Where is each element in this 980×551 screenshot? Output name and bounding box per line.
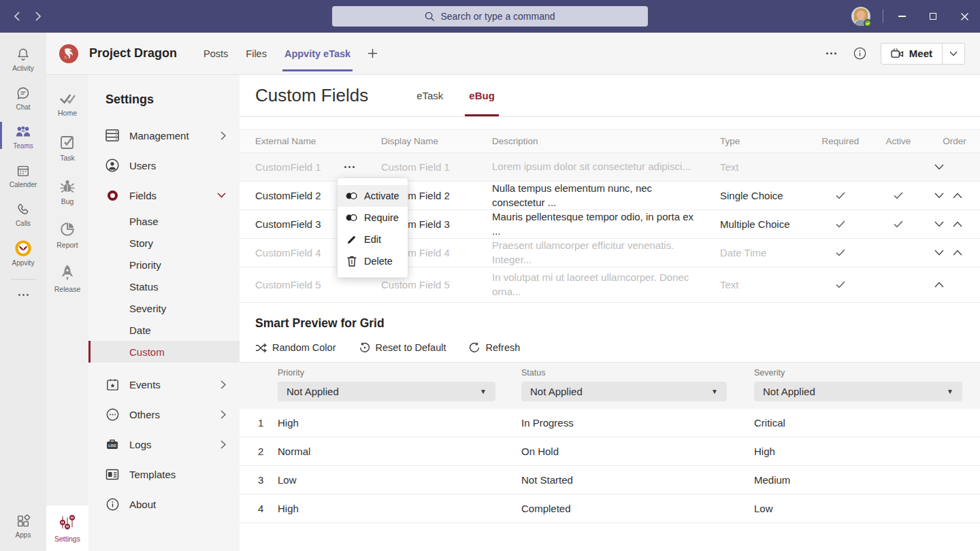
nav-subitem-story[interactable]: Story <box>88 232 240 254</box>
meet-options-button[interactable] <box>942 44 964 64</box>
row-number: 4 <box>240 503 278 514</box>
channel-more-button[interactable] <box>823 46 840 62</box>
preview-status: In Progress <box>521 417 754 429</box>
sidebar-item-activity[interactable]: Activity <box>0 41 46 78</box>
sidebar-item-teams[interactable]: Teams <box>0 118 46 155</box>
channel-info-button[interactable] <box>852 46 868 62</box>
chevron-right-icon <box>220 380 226 389</box>
nav-item-about[interactable]: About <box>88 489 240 519</box>
tab-ebug[interactable]: eBug <box>456 75 508 116</box>
order-up-button[interactable] <box>953 250 962 256</box>
appvity-logo-icon <box>15 240 31 256</box>
module-release[interactable]: Release <box>46 258 88 298</box>
nav-subitem-status[interactable]: Status <box>88 276 240 297</box>
priority-dropdown[interactable]: Not Applied ▼ <box>278 382 495 401</box>
user-avatar[interactable] <box>851 7 870 26</box>
module-bug[interactable]: Bug <box>46 171 88 211</box>
tab-posts[interactable]: Posts <box>195 33 237 74</box>
cell-display-name: Custom Field 1 <box>381 161 492 173</box>
nav-subitem-date[interactable]: Date <box>88 319 240 341</box>
order-down-button[interactable] <box>934 250 944 256</box>
report-pie-icon <box>59 221 76 237</box>
menu-item-edit[interactable]: Edit <box>338 229 408 250</box>
cell-type: Date Time <box>720 247 813 258</box>
order-up-button[interactable] <box>953 221 962 227</box>
more-apps-button[interactable] <box>22 285 24 304</box>
refresh-button[interactable]: Refresh <box>469 342 520 353</box>
preview-status: On Hold <box>521 446 754 457</box>
nav-item-others[interactable]: Others <box>88 399 240 429</box>
menu-item-require[interactable]: Require <box>338 207 408 229</box>
add-tab-button[interactable] <box>359 33 386 74</box>
status-dropdown[interactable]: Not Applied ▼ <box>521 382 727 401</box>
tab-appvity-etask[interactable]: Appvity eTask <box>276 33 359 74</box>
nav-item-events[interactable]: Events <box>88 369 240 399</box>
others-icon <box>106 408 119 421</box>
preview-status: Not Started <box>521 474 754 486</box>
close-button[interactable] <box>949 0 980 33</box>
chevron-down-icon <box>217 193 226 198</box>
module-settings[interactable]: Settings <box>46 505 88 551</box>
ellipsis-icon <box>348 166 350 168</box>
etask-module-rail: Home Task Bug Report Release <box>46 75 88 551</box>
menu-item-delete[interactable]: Delete <box>338 250 408 272</box>
smart-preview-toolbar: Random Color Reset to Default Refresh <box>255 342 980 353</box>
tab-etask[interactable]: eTask <box>404 75 456 116</box>
templates-icon <box>105 469 119 480</box>
order-down-button[interactable] <box>934 164 944 170</box>
toggle-icon <box>346 192 357 200</box>
forward-button[interactable] <box>30 5 46 27</box>
module-report[interactable]: Report <box>46 215 88 254</box>
minimize-button[interactable] <box>886 0 917 33</box>
severity-dropdown[interactable]: Not Applied ▼ <box>754 382 962 401</box>
preview-severity: High <box>754 446 980 457</box>
nav-item-users[interactable]: Users <box>88 150 240 180</box>
order-up-button[interactable] <box>934 282 944 288</box>
nav-item-management[interactable]: Management <box>88 120 240 150</box>
sidebar-item-apps[interactable]: Apps <box>0 507 46 544</box>
sidebar-item-appvity[interactable]: Appvity <box>0 235 46 271</box>
preview-severity: Low <box>754 503 980 514</box>
maximize-button[interactable] <box>917 0 949 33</box>
cell-external-name: CustomField 5 <box>255 279 381 290</box>
reset-to-default-button[interactable]: Reset to Default <box>359 342 446 353</box>
random-color-button[interactable]: Random Color <box>255 342 336 353</box>
menu-item-activate[interactable]: Activate <box>338 185 408 207</box>
back-button[interactable] <box>8 5 24 27</box>
meet-button-label: Meet <box>909 48 932 59</box>
events-icon <box>106 378 119 391</box>
tab-files[interactable]: Files <box>237 33 276 74</box>
ellipsis-icon <box>22 294 24 296</box>
module-task[interactable]: Task <box>46 128 88 167</box>
nav-item-fields[interactable]: Fields <box>88 180 240 210</box>
phone-icon <box>16 202 31 217</box>
active-check-icon <box>894 220 903 228</box>
nav-item-logs[interactable]: LOG Logs <box>88 429 240 459</box>
row-actions-trigger[interactable] <box>348 153 350 181</box>
custom-fields-page: Custom Fields eTask eBug External Name D… <box>240 75 980 551</box>
logs-icon: LOG <box>105 438 119 450</box>
module-home[interactable]: Home <box>46 84 88 124</box>
chevron-right-icon <box>35 12 42 21</box>
order-down-button[interactable] <box>934 193 944 199</box>
meet-button[interactable]: Meet <box>881 44 942 64</box>
bell-icon <box>16 47 31 62</box>
order-up-button[interactable] <box>953 193 962 199</box>
fields-icon <box>107 190 118 201</box>
settings-title: Settings <box>105 93 240 107</box>
cell-description: Praesent ullamcorper efficitur venenatis… <box>492 239 720 267</box>
nav-subitem-phase[interactable]: Phase <box>88 210 240 232</box>
cell-type: Single Choice <box>720 190 813 201</box>
order-down-button[interactable] <box>934 221 944 227</box>
chat-icon <box>16 86 31 101</box>
nav-subitem-priority[interactable]: Priority <box>88 254 240 276</box>
nav-item-templates[interactable]: Templates <box>88 459 240 489</box>
nav-subitem-custom[interactable]: Custom <box>88 341 240 363</box>
sidebar-item-calls[interactable]: Calls <box>0 196 46 233</box>
minimize-icon <box>898 16 906 17</box>
nav-subitem-severity[interactable]: Severity <box>88 297 240 319</box>
management-icon <box>105 129 119 141</box>
search-input[interactable]: Search or type a command <box>332 6 648 27</box>
sidebar-item-calendar[interactable]: Calender <box>0 157 46 194</box>
sidebar-item-chat[interactable]: Chat <box>0 80 46 116</box>
